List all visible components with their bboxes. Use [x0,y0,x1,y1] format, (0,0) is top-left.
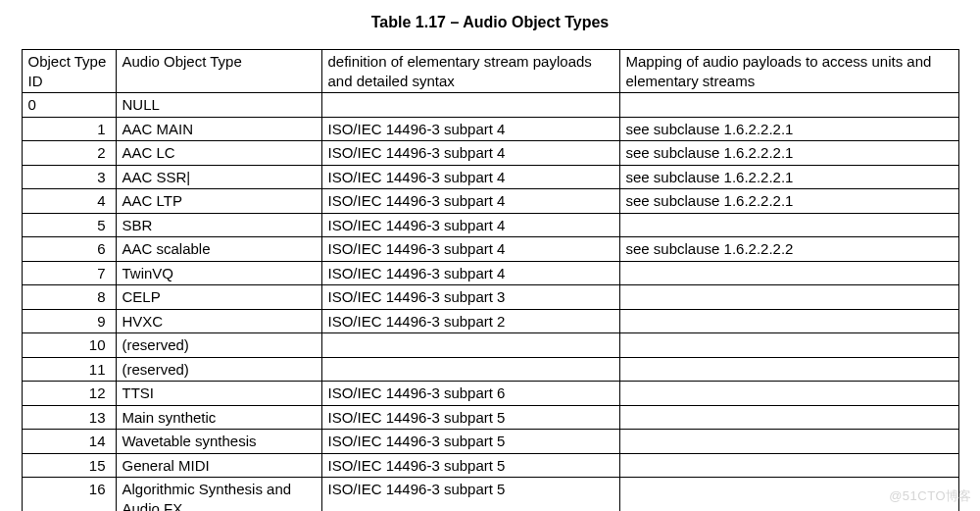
cell-object-type-id: 3 [22,165,116,189]
cell-mapping: see subclause 1.6.2.2.2.1 [619,141,958,166]
cell-definition: ISO/IEC 14496-3 subpart 5 [321,478,619,512]
table-header-row: Object Type ID Audio Object Type definit… [22,50,958,93]
header-audio-object-type: Audio Object Type [116,50,321,93]
cell-object-type-id: 9 [22,309,116,333]
cell-object-type-id: 5 [22,213,116,237]
header-mapping: Mapping of audio payloads to access unit… [619,50,958,93]
cell-definition: ISO/IEC 14496-3 subpart 6 [321,382,619,406]
table-row: 9HVXCISO/IEC 14496-3 subpart 2 [22,309,958,333]
cell-audio-object-type: HVXC [116,309,321,333]
cell-definition: ISO/IEC 14496-3 subpart 4 [321,261,619,285]
cell-object-type-id: 4 [22,189,116,214]
cell-object-type-id: 13 [22,405,116,430]
cell-audio-object-type: Algorithmic Synthesis and Audio FX [116,478,321,512]
cell-object-type-id: 1 [22,117,116,141]
cell-audio-object-type: (reserved) [116,333,321,358]
cell-object-type-id: 7 [22,261,116,285]
header-object-type-id: Object Type ID [22,50,116,93]
cell-definition: ISO/IEC 14496-3 subpart 4 [321,117,619,141]
cell-definition: ISO/IEC 14496-3 subpart 4 [321,141,619,166]
cell-mapping [619,309,958,333]
cell-definition: ISO/IEC 14496-3 subpart 4 [321,213,619,237]
cell-definition: ISO/IEC 14496-3 subpart 3 [321,285,619,310]
table-row: 4AAC LTPISO/IEC 14496-3 subpart 4see sub… [22,189,958,214]
cell-audio-object-type: AAC LTP [116,189,321,214]
cell-mapping [619,382,958,406]
cell-mapping [619,213,958,237]
cell-definition: ISO/IEC 14496-3 subpart 4 [321,165,619,189]
cell-audio-object-type: CELP [116,285,321,310]
cell-mapping [619,357,958,382]
table-title: Table 1.17 – Audio Object Types [0,0,980,49]
cell-audio-object-type: AAC LC [116,141,321,166]
cell-definition: ISO/IEC 14496-3 subpart 2 [321,309,619,333]
cell-mapping: see subclause 1.6.2.2.2.1 [619,165,958,189]
cell-audio-object-type: AAC MAIN [116,117,321,141]
cell-mapping [619,453,958,478]
audio-object-types-table: Object Type ID Audio Object Type definit… [22,49,959,511]
cell-audio-object-type: NULL [116,93,321,118]
cell-audio-object-type: AAC scalable [116,237,321,262]
table-row: 0NULL [22,93,958,118]
table-row: 6AAC scalableISO/IEC 14496-3 subpart 4se… [22,237,958,262]
cell-object-type-id: 12 [22,382,116,406]
cell-mapping [619,93,958,118]
cell-audio-object-type: Wavetable synthesis [116,430,321,454]
table-row: 8CELPISO/IEC 14496-3 subpart 3 [22,285,958,310]
cell-object-type-id: 14 [22,430,116,454]
cell-object-type-id: 8 [22,285,116,310]
table-row: 11(reserved) [22,357,958,382]
table-row: 5SBRISO/IEC 14496-3 subpart 4 [22,213,958,237]
table-row: 13Main syntheticISO/IEC 14496-3 subpart … [22,405,958,430]
cell-object-type-id: 16 [22,478,116,512]
watermark: @51CTO博客 [889,487,972,505]
cell-object-type-id: 6 [22,237,116,262]
table-row: 1AAC MAINISO/IEC 14496-3 subpart 4see su… [22,117,958,141]
cell-definition [321,93,619,118]
cell-mapping [619,333,958,358]
cell-object-type-id: 0 [22,93,116,118]
cell-object-type-id: 11 [22,357,116,382]
cell-definition: ISO/IEC 14496-3 subpart 4 [321,189,619,214]
cell-mapping [619,285,958,310]
cell-definition [321,333,619,358]
cell-mapping [619,261,958,285]
cell-mapping [619,405,958,430]
cell-object-type-id: 2 [22,141,116,166]
cell-mapping: see subclause 1.6.2.2.2.2 [619,237,958,262]
cell-definition: ISO/IEC 14496-3 subpart 5 [321,405,619,430]
cell-audio-object-type: (reserved) [116,357,321,382]
table-row: 14Wavetable synthesisISO/IEC 14496-3 sub… [22,430,958,454]
cell-audio-object-type: TwinVQ [116,261,321,285]
table-row: 2AAC LCISO/IEC 14496-3 subpart 4see subc… [22,141,958,166]
cell-audio-object-type: General MIDI [116,453,321,478]
table-row: 3AAC SSR|ISO/IEC 14496-3 subpart 4see su… [22,165,958,189]
cell-mapping [619,430,958,454]
cell-audio-object-type: SBR [116,213,321,237]
cell-definition: ISO/IEC 14496-3 subpart 4 [321,237,619,262]
cell-object-type-id: 15 [22,453,116,478]
table-row: 10(reserved) [22,333,958,358]
cell-audio-object-type: Main synthetic [116,405,321,430]
cell-audio-object-type: TTSI [116,382,321,406]
cell-definition: ISO/IEC 14496-3 subpart 5 [321,453,619,478]
header-definition: definition of elementary stream payloads… [321,50,619,93]
cell-definition: ISO/IEC 14496-3 subpart 5 [321,430,619,454]
cell-mapping: see subclause 1.6.2.2.2.1 [619,117,958,141]
cell-definition [321,357,619,382]
cell-mapping: see subclause 1.6.2.2.2.1 [619,189,958,214]
table-row: 12TTSIISO/IEC 14496-3 subpart 6 [22,382,958,406]
table-row: 7TwinVQISO/IEC 14496-3 subpart 4 [22,261,958,285]
cell-object-type-id: 10 [22,333,116,358]
table-row: 15General MIDIISO/IEC 14496-3 subpart 5 [22,453,958,478]
table-row: 16Algorithmic Synthesis and Audio FXISO/… [22,478,958,512]
cell-audio-object-type: AAC SSR| [116,165,321,189]
